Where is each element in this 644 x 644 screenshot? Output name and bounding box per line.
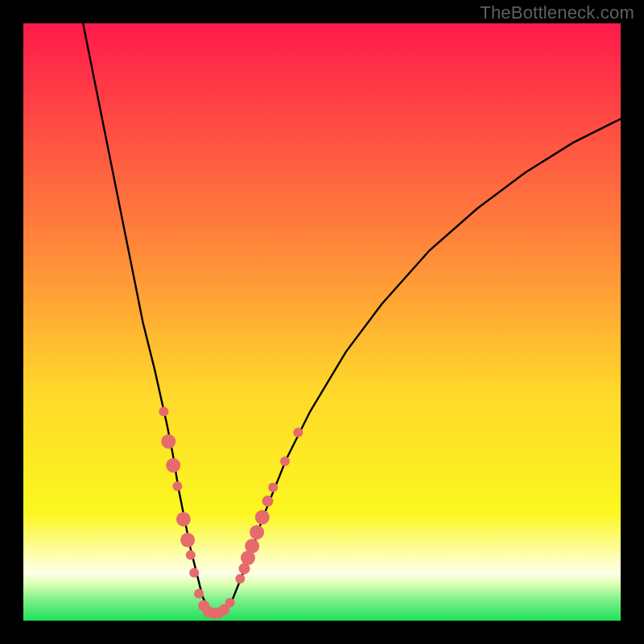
data-dot bbox=[166, 458, 180, 473]
chart-svg bbox=[23, 23, 621, 621]
data-dot bbox=[255, 510, 270, 525]
data-dot bbox=[176, 512, 191, 526]
data-dot bbox=[180, 533, 195, 547]
data-dot bbox=[225, 598, 235, 608]
gradient-background bbox=[23, 23, 621, 621]
watermark-text: TheBottleneck.com bbox=[480, 2, 634, 23]
data-dot bbox=[293, 427, 303, 437]
data-dot bbox=[268, 483, 278, 493]
data-dot bbox=[159, 407, 168, 416]
data-dot bbox=[262, 496, 274, 507]
data-dot bbox=[186, 550, 196, 559]
data-dot bbox=[161, 434, 175, 448]
chart-frame: TheBottleneck.com bbox=[0, 0, 644, 644]
data-dot bbox=[189, 568, 199, 578]
data-dot bbox=[172, 481, 182, 491]
plot-area bbox=[23, 23, 621, 621]
data-dot bbox=[250, 525, 264, 539]
data-dot bbox=[235, 574, 245, 584]
data-dot bbox=[245, 539, 259, 553]
data-dot bbox=[194, 589, 204, 599]
data-dot bbox=[280, 456, 290, 466]
